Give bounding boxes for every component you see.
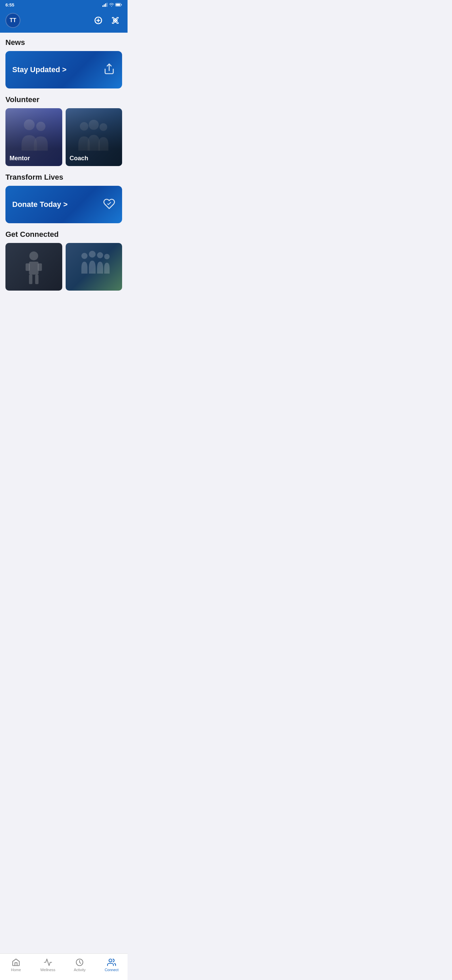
stay-updated-card[interactable]: Stay Updated > (5, 51, 122, 89)
svg-rect-5 (116, 4, 120, 6)
add-icon (94, 16, 103, 25)
coach-label: Coach (70, 155, 89, 162)
scan-icon (111, 16, 120, 25)
status-icons (102, 3, 122, 7)
svg-point-27 (89, 251, 95, 258)
avatar[interactable]: TT (5, 13, 21, 28)
connected-grid (5, 243, 122, 291)
volunteer-section-title: Volunteer (5, 95, 122, 104)
connected-card-2[interactable] (66, 243, 122, 291)
volunteer-section: Volunteer Mentor (5, 95, 122, 166)
svg-rect-22 (25, 263, 30, 271)
svg-rect-11 (116, 19, 117, 20)
svg-rect-25 (35, 275, 38, 284)
svg-point-20 (29, 251, 38, 260)
scroll-content: News Stay Updated > Volunteer (0, 33, 127, 325)
news-section: News Stay Updated > (5, 38, 122, 89)
svg-point-26 (81, 253, 87, 259)
battery-icon (115, 3, 122, 7)
get-connected-title: Get Connected (5, 230, 122, 239)
news-section-title: News (5, 38, 122, 47)
status-bar: 6:55 (0, 0, 127, 10)
status-time: 6:55 (5, 2, 14, 8)
get-connected-section: Get Connected (5, 230, 122, 291)
donate-card[interactable]: Donate Today > (5, 186, 122, 223)
svg-rect-12 (114, 21, 115, 22)
svg-rect-2 (105, 3, 106, 7)
svg-rect-3 (106, 3, 108, 7)
svg-rect-0 (102, 5, 103, 7)
volunteer-grid: Mentor Coach (5, 108, 122, 166)
top-nav: TT (0, 10, 127, 33)
signal-icon (102, 3, 108, 7)
stay-updated-label: Stay Updated > (12, 65, 67, 74)
connected-card-1[interactable] (5, 243, 62, 291)
svg-rect-24 (29, 275, 32, 284)
svg-rect-13 (116, 21, 117, 22)
svg-rect-23 (38, 263, 42, 271)
transform-lives-title: Transform Lives (5, 173, 122, 182)
svg-point-28 (97, 252, 103, 258)
svg-rect-10 (114, 19, 115, 20)
share-icon (103, 63, 115, 76)
donate-icon (103, 198, 115, 211)
mentor-label: Mentor (10, 155, 30, 162)
nav-actions (92, 14, 122, 27)
gym-silhouette (5, 243, 62, 291)
connected-image-2 (66, 243, 122, 291)
svg-rect-6 (121, 4, 122, 5)
svg-rect-1 (104, 5, 105, 7)
scan-button[interactable] (108, 14, 122, 27)
svg-rect-21 (29, 262, 38, 275)
svg-point-29 (104, 254, 109, 259)
coach-card[interactable]: Coach (66, 108, 122, 166)
connected-image-1 (5, 243, 62, 291)
add-button[interactable] (92, 14, 105, 27)
wifi-icon (109, 3, 114, 7)
donate-label: Donate Today > (12, 200, 68, 209)
transform-lives-section: Transform Lives Donate Today > (5, 173, 122, 223)
mentor-card[interactable]: Mentor (5, 108, 62, 166)
outdoors-silhouette (66, 243, 122, 291)
